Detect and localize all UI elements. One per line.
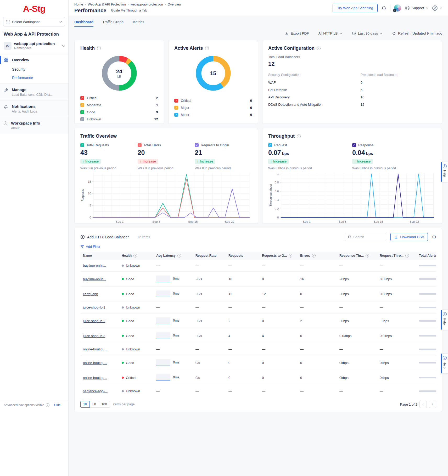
column-header-request-rate[interactable]: Request Rate [193, 252, 226, 260]
lb-filter-select[interactable]: All HTTP LB [318, 31, 343, 35]
checkbox-checked[interactable]: ✓ [80, 143, 84, 147]
latency-sparkline [156, 332, 170, 339]
next-page-button[interactable]: › [429, 401, 436, 408]
info-icon[interactable] [46, 403, 49, 407]
lb-name-link[interactable]: cartql-app [83, 292, 98, 296]
column-header-health[interactable]: Health [119, 252, 154, 260]
clock-icon [352, 31, 356, 35]
checkbox-checked[interactable]: ✓ [174, 99, 178, 103]
metric-label-text: Total Requests [86, 143, 109, 147]
sidebar-item-overview[interactable]: Overview [0, 54, 68, 65]
column-header-requests-to-o[interactable]: Requests to O... [259, 252, 298, 260]
page-size-10[interactable]: 10 [80, 401, 90, 408]
lb-name-link[interactable]: juice-shop-lb-1 [83, 305, 105, 309]
checkbox-checked[interactable]: ✓ [80, 96, 84, 100]
sidebar-item-performance[interactable]: Performance [0, 74, 68, 83]
sidebar-item-security[interactable]: Security [0, 65, 68, 74]
info-icon[interactable] [133, 254, 137, 257]
workspace-selector[interactable]: Select Workspace [3, 17, 65, 26]
page-size-100[interactable]: 100 [99, 401, 110, 408]
gear-icon[interactable]: ⚙ [432, 235, 436, 239]
lb-name-link[interactable]: online-boutiqu... [83, 347, 107, 351]
column-header-response-thr[interactable]: Response Thr... [337, 252, 377, 260]
checkbox-checked[interactable]: ✓ [195, 143, 199, 147]
user-icon [432, 5, 438, 11]
lb-name-link[interactable]: online-boutiqu... [83, 376, 107, 380]
info-icon[interactable] [312, 254, 316, 257]
page-size-50[interactable]: 50 [89, 401, 99, 408]
lb-name-link[interactable]: sentence-app-... [83, 389, 108, 393]
lb-name-link[interactable]: online-boutiqu... [83, 361, 107, 365]
search-icon [348, 235, 351, 239]
search-input[interactable] [353, 235, 382, 239]
download-csv-button[interactable]: Download CSV [390, 233, 428, 241]
increase-badge: ↑Increase [195, 159, 215, 164]
namespace-selector[interactable]: W webapp-api-protection Namespace [0, 41, 68, 54]
column-header-requests[interactable]: Requests [226, 252, 259, 260]
breadcrumb-item[interactable]: Home [74, 3, 83, 6]
lb-name-link[interactable]: juice-shop-lb-3 [83, 334, 105, 338]
guide-me-link[interactable]: Guide Me Through a Tab [111, 9, 147, 12]
assistant-avatar[interactable]: 6 [394, 4, 401, 12]
time-range-select[interactable]: Last 30 days [352, 31, 383, 35]
add-http-lb-button[interactable]: Add HTTP Load Balancer [80, 235, 129, 239]
info-icon[interactable] [97, 47, 101, 50]
svg-text:5: 5 [89, 204, 91, 207]
health-status: Good [126, 277, 134, 281]
checkbox-checked[interactable]: ✓ [174, 113, 178, 117]
prev-page-button[interactable]: ‹ [419, 401, 427, 408]
checkbox-checked[interactable]: ✓ [352, 143, 356, 147]
sidebar-item-manage[interactable]: Manage Load Balancers, CDN Dist... [0, 83, 68, 100]
help-tab[interactable]: Help [441, 353, 448, 374]
tab-traffic-graph[interactable]: Traffic Graph [102, 20, 124, 27]
refresh-button[interactable]: Refresh: Updated 9 min ago [392, 31, 442, 35]
export-pdf-button[interactable]: Export PDF [285, 31, 309, 35]
sidebar-item-notifications[interactable]: Notifications Alerts, Audit Logs [0, 100, 68, 117]
config-rows: WAF9Bot Defense5API Discovery10DDoS Dete… [268, 79, 436, 108]
info-icon[interactable] [297, 135, 301, 138]
metric-requests-to-origin: ✓Requests to Origin21↑IncreaseWas 0 in p… [195, 143, 252, 170]
hide-link[interactable]: Hide [54, 403, 61, 407]
support-menu[interactable]: Support [405, 5, 428, 10]
info-icon[interactable] [205, 47, 209, 50]
table-cell: — [298, 385, 337, 397]
info-icon[interactable] [289, 254, 292, 257]
try-web-app-scanning-button[interactable]: Try Web App Scanning [333, 4, 377, 12]
tab-metrics[interactable]: Metrics [132, 20, 144, 27]
checkbox-checked[interactable]: ✓ [80, 103, 84, 107]
lb-name-link[interactable]: juice-shop-lb-2 [83, 319, 105, 323]
grid-dots-icon [6, 20, 10, 24]
help-tab[interactable]: Help [441, 162, 448, 182]
info-icon[interactable] [317, 47, 321, 50]
lb-name-link[interactable]: buytime-onlin... [83, 277, 106, 281]
filter-funnel-icon [80, 245, 84, 249]
table-cell: ~0/s [193, 287, 226, 301]
add-filter-button[interactable]: Add Filter [80, 245, 436, 249]
checkbox-checked[interactable]: ✓ [268, 143, 272, 147]
svg-text:Requests: Requests [81, 189, 84, 201]
account-menu[interactable] [432, 5, 442, 11]
column-header-avg-latency[interactable]: Avg Latency [154, 252, 193, 260]
column-header-errors[interactable]: Errors [298, 252, 337, 260]
column-header-label: Requests to O... [262, 254, 287, 257]
help-tab[interactable]: Help [441, 310, 448, 330]
checkbox-checked[interactable]: ✓ [80, 117, 84, 121]
checkbox-checked[interactable]: ✓ [174, 106, 178, 110]
bell-icon[interactable] [381, 5, 387, 11]
sidebar-item-workspace-info[interactable]: Workspace Info About [0, 117, 68, 134]
lb-name-link[interactable]: buytime-onlin... [83, 264, 106, 267]
health-dot [122, 377, 124, 379]
checkbox-checked[interactable]: ✓ [80, 110, 84, 114]
column-header-total-alerts[interactable]: Total Alerts [416, 252, 436, 260]
checkbox-checked[interactable]: ✓ [138, 143, 142, 147]
info-icon[interactable] [177, 254, 181, 257]
health-legend-item: ✓Critical2 [80, 94, 158, 102]
tab-dashboard[interactable]: Dashboard [74, 20, 93, 27]
table-row: cartql-appGood0ms~0/s12120~0bps0.03bps [80, 287, 436, 301]
throughput-line-chart: 00.20.40.60.81Sep 1Sep 8Sep 15Sep 22Thro… [268, 171, 436, 225]
column-header-name[interactable]: Name [80, 252, 119, 260]
info-icon[interactable] [405, 254, 409, 257]
column-header-request-thro[interactable]: Request Thro... [377, 252, 416, 260]
info-icon[interactable] [366, 254, 369, 257]
latency-value: 0ms [173, 360, 180, 364]
